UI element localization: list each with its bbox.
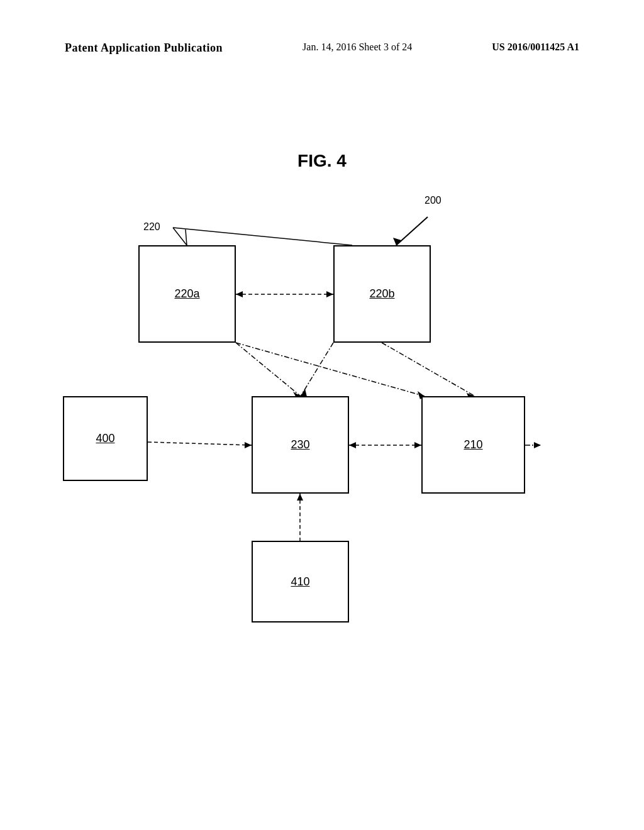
box-220a: 220a bbox=[138, 245, 236, 343]
svg-marker-20 bbox=[414, 442, 421, 448]
publication-number: US 2016/0011425 A1 bbox=[492, 42, 579, 55]
page-header: Patent Application Publication Jan. 14, … bbox=[0, 42, 644, 55]
publication-title: Patent Application Publication bbox=[65, 42, 223, 55]
box-400-label: 400 bbox=[96, 432, 114, 445]
svg-line-2 bbox=[186, 230, 187, 245]
svg-line-10 bbox=[301, 343, 333, 396]
svg-marker-7 bbox=[326, 291, 333, 297]
svg-line-8 bbox=[236, 343, 301, 396]
svg-marker-19 bbox=[349, 442, 356, 448]
svg-line-0 bbox=[396, 217, 428, 245]
box-220b: 220b bbox=[333, 245, 431, 343]
box-210: 210 bbox=[421, 396, 525, 494]
svg-line-3 bbox=[173, 228, 187, 245]
svg-line-12 bbox=[236, 343, 425, 396]
svg-line-14 bbox=[382, 343, 475, 396]
anno-200: 200 bbox=[425, 195, 441, 206]
box-220a-label: 220a bbox=[174, 287, 199, 301]
box-400: 400 bbox=[63, 396, 148, 481]
box-220b-label: 220b bbox=[369, 287, 394, 301]
anno-220: 220 bbox=[143, 221, 160, 233]
figure-label: FIG. 4 bbox=[297, 151, 347, 171]
box-410: 410 bbox=[252, 541, 349, 622]
svg-marker-1 bbox=[393, 238, 401, 245]
diagram-container: 220a 220b 400 230 210 410 200 220 bbox=[63, 182, 579, 673]
publication-date-sheet: Jan. 14, 2016 Sheet 3 of 24 bbox=[303, 42, 412, 55]
svg-marker-22 bbox=[297, 494, 303, 501]
box-230: 230 bbox=[252, 396, 349, 494]
svg-marker-24 bbox=[534, 442, 541, 448]
box-230-label: 230 bbox=[291, 438, 309, 451]
svg-marker-6 bbox=[236, 291, 243, 297]
svg-line-4 bbox=[173, 228, 352, 245]
svg-marker-17 bbox=[245, 442, 252, 448]
box-410-label: 410 bbox=[291, 575, 309, 589]
box-210-label: 210 bbox=[464, 438, 482, 451]
svg-line-16 bbox=[148, 442, 252, 445]
